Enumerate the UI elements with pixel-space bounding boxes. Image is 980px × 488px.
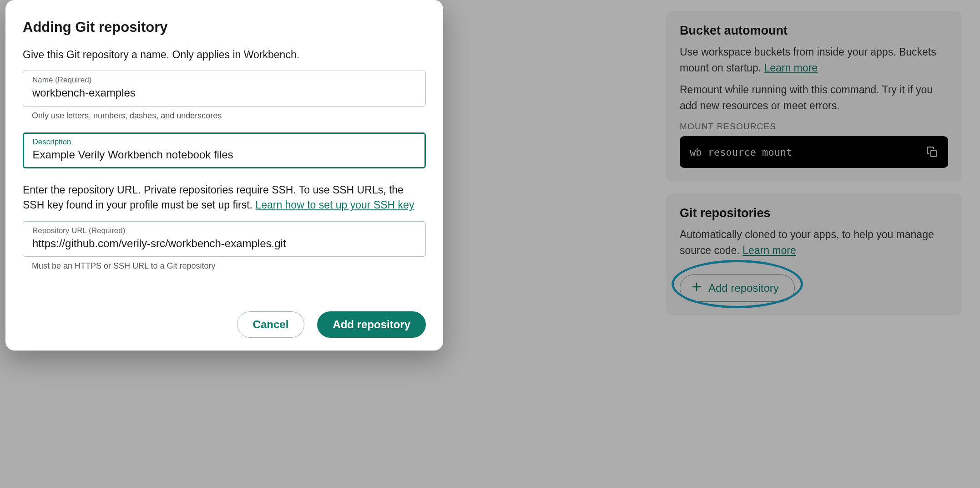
repo-url-label: Repository URL (Required) bbox=[32, 226, 416, 235]
add-git-repository-modal: Adding Git repository Give this Git repo… bbox=[5, 0, 443, 351]
name-label: Name (Required) bbox=[32, 76, 416, 85]
description-input[interactable] bbox=[33, 147, 416, 162]
name-input[interactable] bbox=[32, 86, 416, 100]
modal-actions: Cancel Add repository bbox=[23, 301, 426, 338]
cancel-button[interactable]: Cancel bbox=[237, 311, 305, 338]
description-label: Description bbox=[33, 137, 416, 147]
repo-url-field[interactable]: Repository URL (Required) bbox=[23, 221, 426, 257]
modal-title: Adding Git repository bbox=[23, 19, 426, 36]
name-helper: Only use letters, numbers, dashes, and u… bbox=[23, 107, 426, 121]
repo-url-helper: Must be an HTTPS or SSH URL to a Git rep… bbox=[23, 257, 426, 271]
name-field[interactable]: Name (Required) bbox=[23, 71, 426, 106]
description-field[interactable]: Description bbox=[23, 132, 426, 168]
url-intro: Enter the repository URL. Private reposi… bbox=[23, 183, 426, 213]
modal-intro: Give this Git repository a name. Only ap… bbox=[23, 47, 426, 62]
repo-url-input[interactable] bbox=[32, 236, 416, 251]
add-repository-button[interactable]: Add repository bbox=[317, 311, 426, 338]
ssh-key-link[interactable]: Learn how to set up your SSH key bbox=[255, 199, 414, 211]
